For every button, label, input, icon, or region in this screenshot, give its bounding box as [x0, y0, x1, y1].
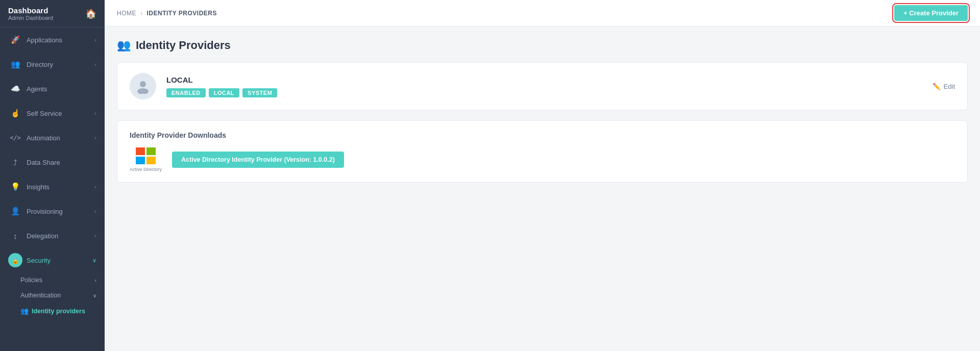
chevron-icon: ‹: [94, 208, 96, 214]
delegation-icon: ↕: [8, 229, 22, 243]
breadcrumb: HOME › IDENTITY PROVIDERS: [117, 10, 217, 17]
downloads-title: Identity Provider Downloads: [130, 131, 955, 139]
security-icon: 🔒: [8, 253, 22, 267]
directory-icon: 👥: [8, 57, 22, 71]
download-ad-provider-button[interactable]: Active Directory Identity Provider (Vers…: [172, 152, 344, 168]
provisioning-icon: 👤: [8, 204, 22, 218]
sidebar-sub-item-identity-providers[interactable]: 👥 Identity providers: [0, 303, 105, 319]
content-area: 👥 Identity Providers LOCAL ENABLED LOCAL: [105, 27, 980, 351]
chevron-icon: ‹: [94, 37, 96, 43]
sidebar-item-label: Agents: [27, 85, 47, 93]
sidebar-item-label: Applications: [27, 36, 62, 44]
sidebar-item-label: Delegation: [27, 232, 58, 240]
svg-rect-2: [136, 147, 145, 155]
chevron-icon: ‹: [95, 278, 96, 283]
sidebar-item-applications[interactable]: 🚀 Applications ‹: [0, 28, 105, 52]
chevron-down-icon: ∨: [92, 257, 96, 264]
sidebar-item-data-share[interactable]: ⤴ Data Share: [0, 150, 105, 174]
sidebar-item-label: Insights: [27, 183, 50, 191]
provider-avatar: [130, 73, 156, 99]
breadcrumb-separator: ›: [140, 10, 143, 17]
sidebar-header[interactable]: 🏠 Dashboard Admin Dashboard: [0, 0, 105, 28]
downloads-card: Identity Provider Downloads Active Direc…: [117, 120, 968, 183]
identity-providers-icon: 👥: [20, 307, 29, 315]
applications-icon: 🚀: [8, 33, 22, 47]
provider-row: LOCAL ENABLED LOCAL SYSTEM ✏️ Edit: [117, 63, 967, 110]
agents-icon: ☁️: [8, 82, 22, 96]
identity-providers-title-icon: 👥: [117, 39, 131, 52]
edit-button[interactable]: ✏️ Edit: [933, 83, 955, 90]
downloads-row: Active Directory Active Directory Identi…: [130, 147, 955, 172]
provider-name: LOCAL: [166, 76, 922, 84]
policies-label: Policies: [20, 277, 42, 284]
chevron-down-icon: ∨: [93, 293, 96, 298]
create-provider-button[interactable]: + Create Provider: [894, 5, 968, 21]
sidebar-item-agents[interactable]: ☁️ Agents: [0, 77, 105, 101]
dashboard-subtitle: Admin Dashboard: [8, 15, 96, 21]
chevron-icon: ‹: [94, 184, 96, 190]
badge-local: LOCAL: [209, 88, 239, 97]
svg-point-0: [140, 81, 146, 87]
home-icon: 🏠: [85, 8, 96, 19]
authentication-label: Authentication: [20, 292, 61, 299]
page-title-text: Identity Providers: [136, 39, 231, 52]
sidebar: 🏠 Dashboard Admin Dashboard 🚀 Applicatio…: [0, 0, 105, 351]
self-service-icon: ☝️: [8, 106, 22, 120]
breadcrumb-home[interactable]: HOME: [117, 10, 136, 17]
sidebar-item-label: Security: [27, 257, 51, 264]
identity-providers-label: Identity providers: [32, 308, 85, 315]
sidebar-item-label: Self Service: [27, 110, 62, 117]
provider-info: LOCAL ENABLED LOCAL SYSTEM: [166, 76, 922, 97]
sidebar-item-delegation[interactable]: ↕ Delegation ‹: [0, 223, 105, 248]
automation-icon: </>: [8, 131, 22, 145]
sidebar-item-label: Directory: [27, 61, 53, 68]
edit-icon: ✏️: [933, 83, 941, 90]
provider-card: LOCAL ENABLED LOCAL SYSTEM ✏️ Edit: [117, 62, 968, 110]
sidebar-item-directory[interactable]: 👥 Directory ‹: [0, 52, 105, 77]
sidebar-item-insights[interactable]: 💡 Insights ‹: [0, 174, 105, 199]
chevron-icon: ‹: [94, 61, 96, 67]
badge-system: SYSTEM: [242, 88, 277, 97]
page-title: 👥 Identity Providers: [117, 39, 968, 52]
edit-label: Edit: [944, 83, 955, 90]
sidebar-item-label: Automation: [27, 134, 60, 142]
provider-badges: ENABLED LOCAL SYSTEM: [166, 88, 922, 97]
sidebar-item-label: Data Share: [27, 159, 60, 166]
dashboard-title: Dashboard: [8, 6, 96, 15]
active-directory-label: Active Directory: [130, 167, 162, 172]
sidebar-sub-item-policies[interactable]: Policies ‹: [0, 272, 105, 288]
sidebar-item-security[interactable]: 🔒 Security ∨: [0, 248, 105, 272]
insights-icon: 💡: [8, 180, 22, 194]
sidebar-item-automation[interactable]: </> Automation ‹: [0, 126, 105, 150]
sidebar-item-self-service[interactable]: ☝️ Self Service ‹: [0, 101, 105, 126]
chevron-icon: ‹: [94, 110, 96, 116]
sidebar-item-label: Provisioning: [27, 208, 63, 215]
active-directory-logo: Active Directory: [130, 147, 162, 172]
svg-rect-3: [146, 147, 156, 155]
data-share-icon: ⤴: [8, 155, 22, 169]
svg-rect-4: [136, 157, 145, 164]
svg-point-1: [137, 88, 149, 94]
sidebar-sub-item-authentication[interactable]: Authentication ∨: [0, 288, 105, 303]
chevron-icon: ‹: [94, 233, 96, 239]
main-content: HOME › IDENTITY PROVIDERS + Create Provi…: [105, 0, 980, 351]
topbar: HOME › IDENTITY PROVIDERS + Create Provi…: [105, 0, 980, 27]
badge-enabled: ENABLED: [166, 88, 206, 97]
breadcrumb-current: IDENTITY PROVIDERS: [147, 10, 217, 17]
sidebar-item-provisioning[interactable]: 👤 Provisioning ‹: [0, 199, 105, 223]
svg-rect-5: [146, 157, 156, 164]
chevron-icon: ‹: [94, 135, 96, 141]
